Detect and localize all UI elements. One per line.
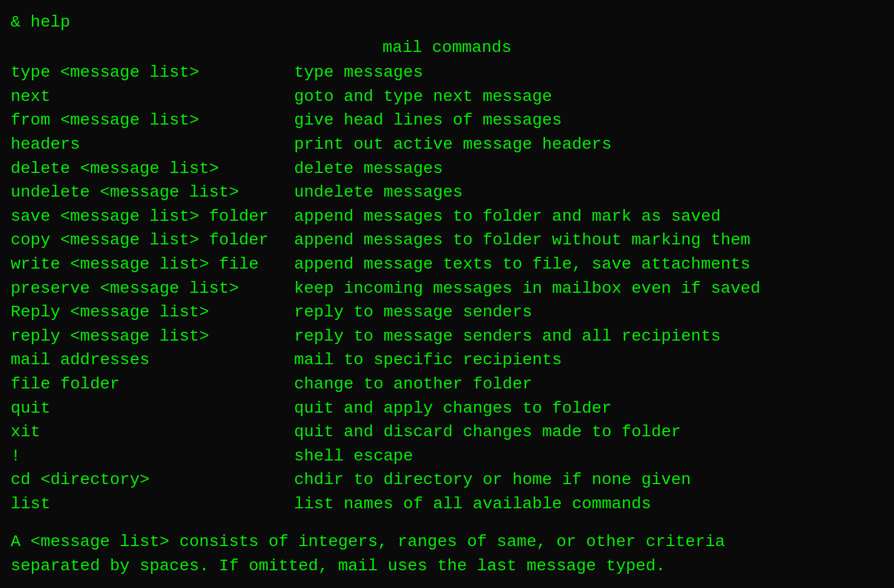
footer-line1: A <message list> consists of integers, r…	[11, 530, 883, 554]
command-name: write <message list> file	[11, 253, 294, 277]
command-name: undelete <message list>	[11, 181, 294, 205]
command-name: next	[11, 85, 294, 109]
command-name: quit	[11, 397, 294, 421]
command-description: append messages to folder and mark as sa…	[294, 205, 721, 229]
table-row: from <message list>give head lines of me…	[11, 109, 883, 133]
table-row: listlist names of all available commands	[11, 492, 883, 517]
command-description: change to another folder	[294, 373, 532, 397]
table-row: nextgoto and type next message	[11, 85, 883, 109]
command-name: type <message list>	[11, 61, 294, 85]
command-description: append message texts to file, save attac…	[294, 253, 751, 277]
command-description: goto and type next message	[294, 85, 552, 109]
table-row: copy <message list> folderappend message…	[11, 228, 883, 253]
command-description: reply to message senders	[294, 300, 532, 325]
command-description: undelete messages	[294, 181, 463, 205]
table-row: file folderchange to another folder	[11, 373, 883, 397]
command-description: give head lines of messages	[294, 109, 562, 133]
command-name: reply <message list>	[11, 325, 294, 349]
table-row: type <message list>type messages	[11, 61, 883, 85]
command-name: file folder	[11, 373, 294, 397]
footer-line2: separated by spaces. If omitted, mail us…	[11, 554, 883, 579]
command-name: cd <directory>	[11, 468, 294, 492]
command-description: shell escape	[294, 445, 413, 469]
command-description: delete messages	[294, 157, 443, 181]
command-name: copy <message list> folder	[11, 228, 294, 253]
terminal-window: & help mail commands type <message list>…	[11, 11, 883, 579]
table-row: quitquit and apply changes to folder	[11, 397, 883, 421]
command-name: preserve <message list>	[11, 277, 294, 301]
command-description: reply to message senders and all recipie…	[294, 325, 721, 349]
prompt-line: & help	[11, 11, 883, 35]
command-name: from <message list>	[11, 109, 294, 133]
table-row: Reply <message list>reply to message sen…	[11, 300, 883, 325]
title-line: mail commands	[11, 36, 883, 60]
table-row: save <message list> folderappend message…	[11, 205, 883, 229]
table-row: reply <message list>reply to message sen…	[11, 325, 883, 349]
footer-text: A <message list> consists of integers, r…	[11, 530, 883, 578]
table-row: cd <directory>chdir to directory or home…	[11, 468, 883, 492]
command-name: Reply <message list>	[11, 300, 294, 325]
table-row: write <message list> fileappend message …	[11, 253, 883, 277]
prompt-text: & help	[11, 13, 70, 31]
command-description: quit and apply changes to folder	[294, 397, 612, 421]
table-row: xitquit and discard changes made to fold…	[11, 420, 883, 445]
command-description: print out active message headers	[294, 133, 612, 157]
command-description: list names of all available commands	[294, 492, 651, 517]
command-description: chdir to directory or home if none given	[294, 468, 691, 492]
command-name: save <message list> folder	[11, 205, 294, 229]
command-name: headers	[11, 133, 294, 157]
table-row: headersprint out active message headers	[11, 133, 883, 157]
command-description: append messages to folder without markin…	[294, 228, 751, 253]
command-name: xit	[11, 420, 294, 445]
command-name: delete <message list>	[11, 157, 294, 181]
command-description: mail to specific recipients	[294, 348, 562, 373]
command-description: quit and discard changes made to folder	[294, 420, 681, 445]
command-description: type messages	[294, 61, 423, 85]
table-row: undelete <message list>undelete messages	[11, 181, 883, 205]
table-row: mail addressesmail to specific recipient…	[11, 348, 883, 373]
title-text: mail commands	[383, 38, 511, 57]
command-description: keep incoming messages in mailbox even i…	[294, 277, 761, 301]
command-name: list	[11, 492, 294, 517]
command-name: mail addresses	[11, 348, 294, 373]
command-name: !	[11, 445, 294, 469]
table-row: preserve <message list>keep incoming mes…	[11, 277, 883, 301]
table-row: !shell escape	[11, 445, 883, 469]
commands-list: type <message list>type messagesnextgoto…	[11, 61, 883, 516]
table-row: delete <message list>delete messages	[11, 157, 883, 181]
